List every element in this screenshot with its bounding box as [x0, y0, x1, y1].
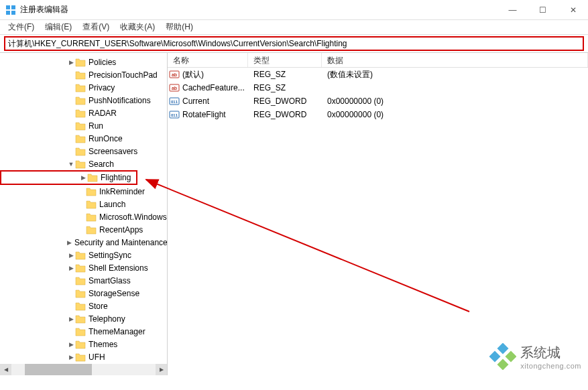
tree-item-microsoft-windows[interactable]: Microsoft.Windows [0, 210, 167, 223]
list-pane: 名称 类型 数据 ab(默认)REG_SZ(数值未设置)abCachedFeat… [168, 53, 588, 375]
value-type: REG_DWORD [248, 110, 322, 119]
tree-item-label: Shell Extensions [89, 263, 148, 273]
tree-item-label: UFH [89, 352, 105, 362]
close-button[interactable]: ✕ [558, 0, 588, 20]
tree-item-inkreminder[interactable]: InkReminder [0, 185, 167, 198]
value-name: CachedFeature... [182, 83, 248, 92]
expand-chevron-icon[interactable]: ▼ [67, 161, 75, 168]
expand-chevron-icon[interactable]: ▶ [67, 265, 75, 271]
watermark: 系统城 xitongcheng.com [489, 343, 581, 370]
expand-chevron-icon[interactable]: ▶ [67, 252, 75, 259]
svg-text:011: 011 [171, 113, 178, 117]
value-type: REG_SZ [248, 70, 322, 79]
expand-chevron-icon[interactable]: ▶ [67, 341, 75, 348]
scroll-thumb[interactable] [25, 364, 92, 375]
tree-item-label: Screensavers [89, 147, 137, 156]
tree-item-smartglass[interactable]: SmartGlass [0, 274, 167, 287]
tree-item-runonce[interactable]: RunOnce [0, 132, 167, 145]
title-bar: 注册表编辑器 — ☐ ✕ [0, 0, 588, 20]
value-row[interactable]: 011CurrentREG_DWORD0x00000000 (0) [168, 94, 588, 108]
tree-item-precisiontouchpad[interactable]: PrecisionTouchPad [0, 68, 167, 81]
svg-rect-17 [497, 359, 509, 370]
tree-item-shell-extensions[interactable]: ▶Shell Extensions [0, 261, 167, 274]
svg-rect-16 [506, 351, 516, 363]
tree-item-search[interactable]: ▼Search [0, 157, 167, 170]
tree-item-launch[interactable]: Launch [0, 198, 167, 210]
scroll-right-icon[interactable]: ▶ [156, 364, 167, 375]
svg-rect-15 [489, 351, 500, 363]
tree-item-store[interactable]: Store [0, 300, 167, 312]
maximize-button[interactable]: ☐ [528, 0, 558, 20]
value-data: 0x00000000 (0) [322, 110, 588, 119]
tree-item-policies[interactable]: ▶Policies [0, 56, 167, 68]
tree-item-screensavers[interactable]: Screensavers [0, 145, 167, 157]
menu-view[interactable]: 查看(V) [77, 20, 115, 34]
tree-item-label: ThemeManager [89, 327, 145, 336]
address-bar [4, 36, 584, 51]
menu-favorites[interactable]: 收藏夹(A) [115, 20, 160, 34]
svg-rect-2 [6, 11, 10, 15]
tree-item-label: PrecisionTouchPad [89, 70, 158, 80]
value-name: Current [182, 96, 248, 106]
watermark-url: xitongcheng.com [520, 362, 581, 370]
tree-item-storagesense[interactable]: StorageSense [0, 287, 167, 300]
watermark-icon [489, 343, 516, 370]
tree-item-label: RecentApps [99, 225, 143, 235]
tree-item-ufh[interactable]: ▶UFH [0, 350, 167, 363]
tree-item-themes[interactable]: ▶Themes [0, 338, 167, 350]
value-type: REG_SZ [248, 83, 322, 92]
tree-item-pushnotifications[interactable]: PushNotifications [0, 94, 167, 107]
expand-chevron-icon[interactable]: ▶ [67, 59, 75, 66]
tree-item-radar[interactable]: RADAR [0, 107, 167, 119]
expand-chevron-icon[interactable]: ▶ [79, 174, 87, 181]
tree-item-label: SmartGlass [89, 276, 131, 285]
menu-help[interactable]: 帮助(H) [160, 20, 198, 34]
expand-chevron-icon[interactable]: ▶ [67, 316, 75, 322]
tree-item-flighting[interactable]: ▶Flighting [0, 170, 137, 185]
tree-item-label: Security and Maintenance [74, 238, 167, 247]
tree-item-label: Themes [89, 340, 117, 349]
value-row[interactable]: 011RotateFlightREG_DWORD0x00000000 (0) [168, 108, 588, 121]
tree-item-label: SettingSync [89, 251, 131, 260]
tree-hscroll[interactable]: ◀ ▶ [0, 364, 167, 375]
tree-pane: ▶PoliciesPrecisionTouchPadPrivacyPushNot… [0, 53, 168, 375]
value-name: RotateFlight [182, 110, 248, 119]
svg-text:ab: ab [172, 86, 177, 90]
tree-item-thememanager[interactable]: ThemeManager [0, 325, 167, 338]
value-name: (默认) [182, 69, 248, 80]
address-input[interactable] [8, 39, 580, 48]
expand-chevron-icon[interactable]: ▶ [67, 239, 72, 246]
tree-item-label: PushNotifications [89, 96, 151, 105]
svg-rect-3 [11, 11, 15, 15]
value-data: (数值未设置) [322, 69, 588, 80]
value-type: REG_DWORD [248, 96, 322, 106]
tree-item-label: Search [89, 159, 114, 169]
tree-item-label: InkReminder [99, 187, 145, 196]
tree-item-label: Telephony [89, 314, 125, 324]
window-title: 注册表编辑器 [20, 4, 497, 15]
tree-item-label: Run [89, 121, 103, 131]
tree-item-label: Flighting [101, 173, 131, 182]
scroll-left-icon[interactable]: ◀ [0, 364, 11, 375]
svg-rect-0 [6, 5, 10, 9]
value-row[interactable]: ab(默认)REG_SZ(数值未设置) [168, 68, 588, 81]
menu-edit[interactable]: 编辑(E) [40, 20, 77, 34]
tree-item-settingsync[interactable]: ▶SettingSync [0, 249, 167, 261]
tree-item-recentapps[interactable]: RecentApps [0, 223, 167, 236]
tree-item-security-and-maintenance[interactable]: ▶Security and Maintenance [0, 236, 167, 249]
col-data[interactable]: 数据 [322, 53, 588, 67]
tree-item-telephony[interactable]: ▶Telephony [0, 312, 167, 325]
tree-item-privacy[interactable]: Privacy [0, 81, 167, 94]
value-data: 0x00000000 (0) [322, 96, 588, 106]
svg-rect-1 [11, 5, 15, 9]
value-row[interactable]: abCachedFeature...REG_SZ [168, 81, 588, 94]
tree-item-run[interactable]: Run [0, 119, 167, 132]
menu-file[interactable]: 文件(F) [3, 20, 40, 34]
expand-chevron-icon[interactable]: ▶ [67, 354, 75, 361]
app-icon [5, 5, 16, 15]
col-type[interactable]: 类型 [248, 53, 322, 67]
col-name[interactable]: 名称 [168, 53, 248, 67]
minimize-button[interactable]: — [497, 0, 528, 20]
svg-text:ab: ab [172, 72, 177, 77]
menu-bar: 文件(F) 编辑(E) 查看(V) 收藏夹(A) 帮助(H) [0, 20, 588, 35]
